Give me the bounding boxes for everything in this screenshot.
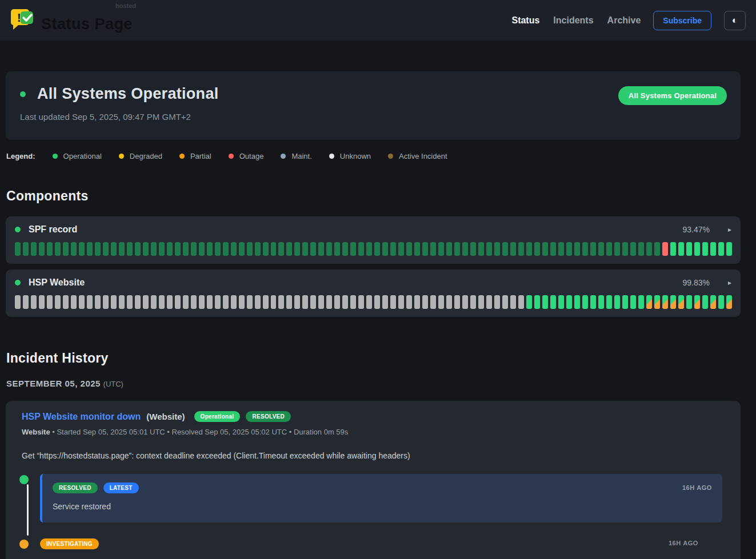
timeline-status-dot <box>19 475 29 484</box>
uptime-bar-op <box>694 242 700 256</box>
uptime-bar-unknown <box>510 295 516 309</box>
uptime-bar-op_dark <box>143 242 149 256</box>
brand-logo-icon: ! <box>10 7 35 34</box>
uptime-bar-op_dark <box>430 242 436 256</box>
uptime-bar-unknown <box>366 295 372 309</box>
uptime-bar-op_dark <box>231 242 237 256</box>
component-header[interactable]: SPF record93.47%▸ <box>15 224 731 235</box>
legend-item-partial: Partial <box>179 152 211 160</box>
uptime-bar-unknown <box>502 295 508 309</box>
incident-card: HSP Website monitor down (Website) Opera… <box>6 401 741 559</box>
legend-item-label: Outage <box>239 152 264 160</box>
uptime-bar-op <box>710 242 716 256</box>
uptime-bar-op_dark <box>95 242 101 256</box>
nav-link-incidents[interactable]: Incidents <box>553 15 593 26</box>
incident-title-link[interactable]: HSP Website monitor down <box>22 412 141 422</box>
incident-update: 16H AGORESOLVEDLATESTService restored <box>15 474 731 522</box>
uptime-bar-op_dark <box>39 242 45 256</box>
subscribe-button[interactable]: Subscribe <box>653 11 711 30</box>
uptime-bar-op_dark <box>606 242 612 256</box>
uptime-bar-op_dark <box>23 242 29 256</box>
uptime-bar-unknown <box>350 295 356 309</box>
nav-link-archive[interactable]: Archive <box>607 15 641 26</box>
uptime-bar-op_dark <box>422 242 428 256</box>
components-list: SPF record93.47%▸HSP Website99.83%▸ <box>6 216 741 317</box>
uptime-bar-op <box>606 295 612 309</box>
uptime-bar-op_dark <box>103 242 109 256</box>
components-heading: Components <box>6 188 741 204</box>
uptime-bar-op_dark <box>255 242 261 256</box>
uptime-bar-unknown <box>87 295 93 309</box>
update-timestamp: 16H AGO <box>669 540 698 546</box>
uptime-bar-op <box>558 295 564 309</box>
component-status-dot <box>15 280 21 285</box>
uptime-bar-op_dark <box>350 242 356 256</box>
timeline-status-dot <box>19 540 29 549</box>
uptime-bar-op <box>614 295 620 309</box>
incident-badge-resolved: RESOLVED <box>246 411 291 422</box>
uptime-bar-unknown <box>326 295 332 309</box>
update-content: 16H AGOINVESTIGATINGGet “https://hosteds… <box>40 538 731 559</box>
uptime-bar-deg <box>670 295 676 309</box>
uptime-bar-op_dark <box>47 242 53 256</box>
uptime-bar-op_dark <box>502 242 508 256</box>
uptime-bar-op_dark <box>446 242 452 256</box>
component-header[interactable]: HSP Website99.83%▸ <box>15 278 731 288</box>
uptime-bar-op_dark <box>374 242 380 256</box>
uptime-bar-unknown <box>414 295 420 309</box>
header: ! Status Page hosted StatusIncidentsArch… <box>0 0 756 41</box>
expand-arrow-icon[interactable]: ▸ <box>728 226 731 234</box>
uptime-bar-unknown <box>294 295 300 309</box>
uptime-bar-unknown <box>239 295 245 309</box>
nav-link-status[interactable]: Status <box>511 15 539 26</box>
uptime-bar-unknown <box>23 295 29 309</box>
update-badges: RESOLVEDLATEST <box>53 482 682 493</box>
uptime-bar-unknown <box>191 295 197 309</box>
uptime-bar-op_dark <box>558 242 564 256</box>
uptime-bar-unknown <box>494 295 500 309</box>
uptime-bar-unknown <box>310 295 316 309</box>
uptime-bar-op_dark <box>159 242 165 256</box>
uptime-bar-op <box>598 295 604 309</box>
update-timestamp: 16H AGO <box>682 484 712 491</box>
legend-item-label: Unknown <box>340 152 371 160</box>
uptime-bar-unknown <box>199 295 205 309</box>
uptime-bar-op_dark <box>382 242 388 256</box>
uptime-bar-op <box>702 242 708 256</box>
uptime-bar-unknown <box>15 295 21 309</box>
uptime-bar-op <box>670 242 676 256</box>
uptime-bar-op_dark <box>366 242 372 256</box>
uptime-bar-unknown <box>183 295 189 309</box>
uptime-bar-op_dark <box>199 242 205 256</box>
uptime-bar-op_dark <box>462 242 468 256</box>
expand-arrow-icon[interactable]: ▸ <box>728 279 731 287</box>
overall-status-dot <box>20 91 26 97</box>
update-latest-badge: LATEST <box>103 482 139 493</box>
legend-dot-icon <box>388 154 393 159</box>
uptime-bar-unknown <box>39 295 45 309</box>
uptime-bar-unknown <box>302 295 308 309</box>
theme-toggle-button[interactable]: ◐ <box>724 11 746 30</box>
uptime-bar-deg <box>726 295 732 309</box>
uptime-bar-op_dark <box>646 242 652 256</box>
incident-meta-component: Website <box>22 428 50 436</box>
uptime-bar-op <box>630 295 636 309</box>
uptime-bar-op_dark <box>470 242 476 256</box>
legend-item-maint-: Maint. <box>281 152 311 160</box>
component-card-spf-record: SPF record93.47%▸ <box>6 216 741 264</box>
legend: Legend: OperationalDegradedPartialOutage… <box>6 152 741 160</box>
uptime-bar-op <box>718 242 724 256</box>
legend-dot-icon <box>329 154 334 159</box>
incident-timeline: 16H AGORESOLVEDLATESTService restored16H… <box>15 474 731 559</box>
uptime-bar-op <box>622 295 628 309</box>
uptime-bar-op_dark <box>334 242 340 256</box>
component-status-dot <box>15 227 21 232</box>
overall-status-title: All Systems Operational <box>37 85 219 103</box>
uptime-bar-op <box>590 295 596 309</box>
brand[interactable]: ! Status Page hosted <box>10 7 133 34</box>
component-name: HSP Website <box>29 278 85 288</box>
legend-item-unknown: Unknown <box>329 152 371 160</box>
uptime-bar-unknown <box>55 295 61 309</box>
uptime-bar-op_dark <box>486 242 492 256</box>
legend-item-label: Operational <box>63 152 102 160</box>
